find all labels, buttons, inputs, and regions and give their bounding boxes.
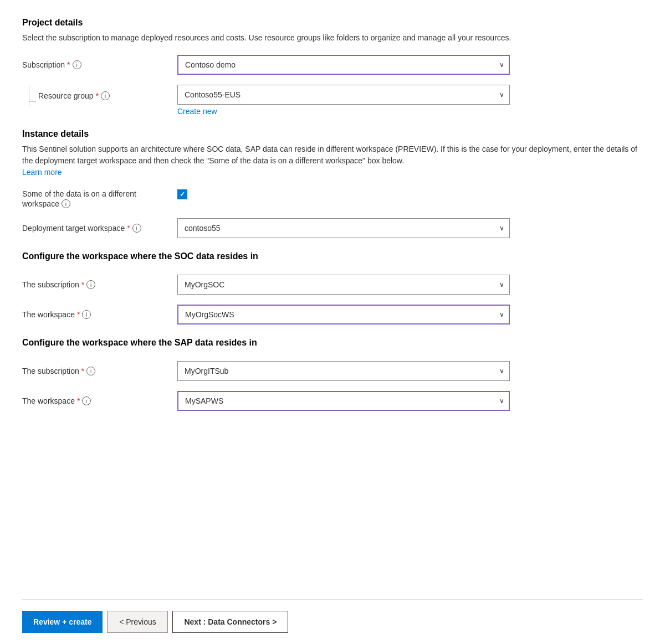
project-details-title: Project details: [22, 18, 643, 28]
resource-group-container: Resource group * i Contoso55-EUS ∨ Creat…: [22, 85, 643, 116]
soc-workspace-select[interactable]: MyOrgSocWS: [177, 305, 510, 324]
subscription-label: Subscription * i: [22, 60, 177, 69]
soc-workspace-info-icon[interactable]: i: [82, 310, 91, 319]
soc-subscription-label: The subscription * i: [22, 280, 177, 289]
deployment-target-select-wrapper: contoso55 ∨: [177, 218, 510, 238]
soc-section: Configure the workspace where the SOC da…: [22, 251, 643, 324]
review-create-button[interactable]: Review + create: [22, 611, 103, 633]
deployment-target-required: *: [127, 224, 130, 233]
sap-workspace-label: The workspace * i: [22, 396, 177, 405]
soc-subscription-row: The subscription * i MyOrgSOC ∨: [22, 275, 643, 295]
deployment-target-info-icon[interactable]: i: [132, 224, 141, 233]
subscription-row: Subscription * i Contoso demo ∨: [22, 55, 643, 75]
footer-bar: Review + create < Previous Next : Data C…: [22, 599, 643, 644]
some-data-checkbox-wrapper[interactable]: [177, 189, 187, 199]
sap-subscription-required: *: [81, 367, 84, 375]
some-data-info-icon[interactable]: i: [62, 199, 70, 208]
resource-group-info-icon[interactable]: i: [101, 91, 110, 100]
soc-subscription-select-wrapper: MyOrgSOC ∨: [177, 275, 510, 295]
soc-workspace-label: The workspace * i: [22, 310, 177, 319]
sap-workspace-select[interactable]: MySAPWS: [177, 391, 510, 411]
deployment-target-row: Deployment target workspace * i contoso5…: [22, 218, 643, 238]
sap-subscription-label: The subscription * i: [22, 367, 177, 375]
soc-subscription-required: *: [81, 280, 84, 289]
soc-workspace-required: *: [77, 310, 80, 319]
instance-details-section: Instance details This Sentinel solution …: [22, 129, 643, 238]
sap-section: Configure the workspace where the SAP da…: [22, 338, 643, 411]
sap-subscription-select[interactable]: MyOrgITSub: [177, 361, 510, 381]
resource-group-label: Resource group * i: [36, 86, 191, 100]
some-data-checkbox[interactable]: [177, 189, 187, 199]
deployment-target-label: Deployment target workspace * i: [22, 224, 177, 233]
sap-subscription-select-wrapper: MyOrgITSub ∨: [177, 361, 510, 381]
sap-workspace-info-icon[interactable]: i: [82, 396, 91, 405]
subscription-required: *: [67, 60, 70, 69]
sap-subscription-info-icon[interactable]: i: [86, 367, 95, 375]
sap-section-title: Configure the workspace where the SAP da…: [22, 338, 643, 348]
deployment-target-select[interactable]: contoso55: [177, 218, 510, 238]
sap-workspace-row: The workspace * i MySAPWS ∨: [22, 391, 643, 411]
learn-more-link[interactable]: Learn more: [22, 167, 62, 178]
resource-group-select[interactable]: Contoso55-EUS: [177, 85, 510, 105]
instance-details-title: Instance details: [22, 129, 643, 139]
create-new-link[interactable]: Create new: [177, 107, 217, 116]
next-button[interactable]: Next : Data Connectors >: [172, 611, 288, 633]
project-details-section: Project details Select the subscription …: [22, 18, 643, 116]
some-data-label: Some of the data is on a different works…: [22, 189, 177, 208]
sap-subscription-row: The subscription * i MyOrgITSub ∨: [22, 361, 643, 381]
sap-workspace-required: *: [77, 396, 80, 405]
soc-section-title: Configure the workspace where the SOC da…: [22, 251, 643, 261]
resource-group-select-wrapper: Contoso55-EUS ∨: [177, 85, 510, 105]
resource-group-required: *: [96, 91, 99, 100]
instance-details-desc: This Sentinel solution supports an archi…: [22, 143, 643, 178]
project-details-desc: Select the subscription to manage deploy…: [22, 32, 643, 44]
soc-subscription-info-icon[interactable]: i: [86, 280, 95, 289]
subscription-select[interactable]: Contoso demo: [177, 55, 510, 75]
subscription-select-wrapper: Contoso demo ∨: [177, 55, 510, 75]
soc-subscription-select[interactable]: MyOrgSOC: [177, 275, 510, 295]
subscription-info-icon[interactable]: i: [73, 60, 81, 69]
previous-button[interactable]: < Previous: [107, 611, 168, 633]
sap-workspace-select-wrapper: MySAPWS ∨: [177, 391, 510, 411]
soc-workspace-select-wrapper: MyOrgSocWS ∨: [177, 305, 510, 324]
soc-workspace-row: The workspace * i MyOrgSocWS ∨: [22, 305, 643, 324]
some-data-row: Some of the data is on a different works…: [22, 189, 643, 208]
